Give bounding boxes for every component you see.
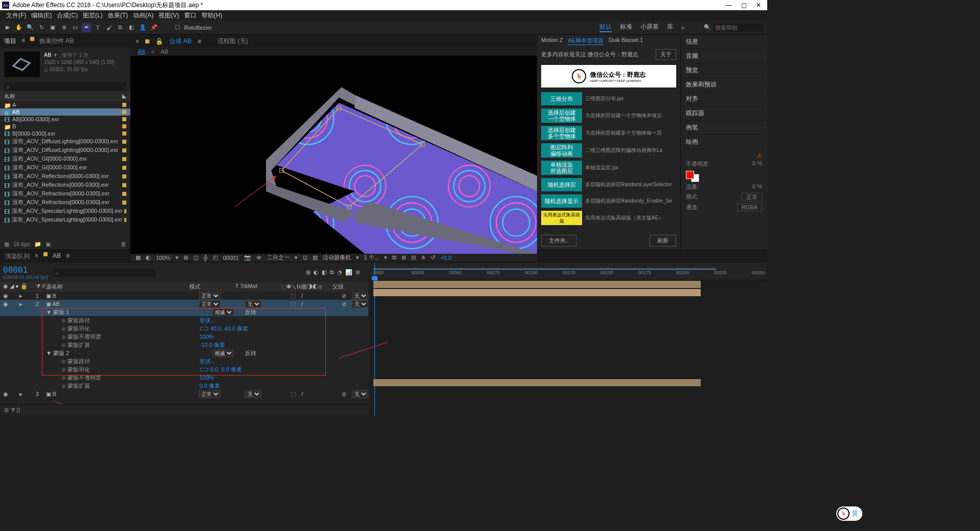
keyframe-track[interactable] bbox=[368, 362, 767, 370]
tl-frame-blend-icon[interactable]: ⧉ bbox=[330, 269, 334, 276]
layer-bar[interactable] bbox=[373, 289, 701, 296]
property-value[interactable]: ⊂⊃ 0.0, 0.0 像素 bbox=[199, 366, 242, 373]
mask-property-row[interactable]: ⊙ 蒙版不透明度100% bbox=[0, 333, 368, 341]
project-item[interactable]: 🎞渲布_AOV_DiffuseLighting[0000-0300].exr bbox=[0, 137, 130, 146]
workspace-tab[interactable]: 库 bbox=[667, 23, 673, 32]
panel-header[interactable]: 对齐 bbox=[681, 92, 767, 106]
color-swatches[interactable] bbox=[686, 171, 762, 182]
keyframe-track[interactable] bbox=[368, 338, 767, 346]
project-item[interactable]: 🎞渲布_AOV_DiffuseLighting[0000-0300].exr bbox=[0, 146, 130, 154]
project-item[interactable]: ▣AB bbox=[0, 108, 130, 116]
script-run-button[interactable]: 选择层创建一个空物体 bbox=[541, 108, 582, 123]
search-help-input[interactable] bbox=[713, 24, 764, 32]
tl-graph-icon[interactable]: 📊 bbox=[345, 269, 352, 276]
script-run-button[interactable]: 实用表达式集高级版 bbox=[541, 211, 582, 225]
keyframe-track[interactable] bbox=[368, 329, 767, 338]
fast-preview-icon[interactable]: ⊡ bbox=[303, 254, 307, 261]
rotate-tool-icon[interactable]: ↻ bbox=[37, 23, 46, 32]
project-search-input[interactable] bbox=[4, 82, 126, 91]
viewer-pixel-icon[interactable]: ⊞ bbox=[402, 254, 406, 261]
property-value[interactable]: 100% bbox=[199, 334, 214, 340]
script-tab[interactable]: Motion 2 bbox=[541, 37, 563, 45]
property-value[interactable]: 100% bbox=[199, 374, 214, 381]
menu-item[interactable]: 合成(C) bbox=[55, 11, 80, 20]
timeline-graph[interactable]: 0000000250005000075001000012500150001750… bbox=[368, 263, 767, 415]
camera-tool-icon[interactable]: ▣ bbox=[48, 23, 57, 32]
script-tab[interactable]: AE脚本管理器 bbox=[568, 37, 604, 45]
property-value[interactable]: 形状... bbox=[199, 317, 215, 324]
keyframe-track[interactable] bbox=[368, 370, 767, 379]
mask-property-row[interactable]: ⊙ 蒙版路径形状... bbox=[0, 357, 368, 365]
channel-value[interactable]: RGBA bbox=[737, 204, 762, 211]
property-value[interactable]: ⊂⊃ 40.0, 40.0 像素 bbox=[199, 325, 248, 333]
roto-tool-icon[interactable]: 👤 bbox=[138, 23, 147, 32]
work-area-bar[interactable] bbox=[373, 268, 716, 270]
menu-item[interactable]: 效果(T) bbox=[106, 11, 130, 20]
shape-tool-icon[interactable]: ▭ bbox=[71, 23, 80, 32]
folder-button[interactable]: 文件夹.. bbox=[541, 235, 576, 247]
mask-property-row[interactable]: ⊙ 蒙版扩展-12.0 像素 bbox=[0, 341, 368, 349]
panel-header[interactable]: 音频 bbox=[681, 49, 767, 63]
script-tab[interactable]: Duik Bassel.1 bbox=[609, 37, 643, 45]
flow-value[interactable]: 0 % bbox=[752, 183, 762, 191]
keyframe-track[interactable] bbox=[368, 354, 767, 362]
script-run-button[interactable]: 单独渲染所选图层 bbox=[541, 161, 582, 175]
new-folder-icon[interactable]: 📁 bbox=[34, 241, 41, 248]
layer-bar[interactable] bbox=[373, 281, 701, 288]
menu-item[interactable]: 图层(L) bbox=[81, 11, 105, 20]
menu-item[interactable]: 编辑(E) bbox=[29, 11, 54, 20]
panel-header[interactable]: 跟踪器 bbox=[681, 106, 767, 121]
hand-tool-icon[interactable]: ✋ bbox=[14, 23, 24, 32]
timeline-ruler[interactable]: 0000000250005000075001000012500150001750… bbox=[368, 263, 767, 280]
project-item[interactable]: 🎞B[0000-0300].exr bbox=[0, 130, 130, 137]
composition-viewer[interactable] bbox=[130, 56, 537, 254]
rotobezier-checkbox[interactable]: ☐ bbox=[173, 23, 182, 32]
parent-select[interactable]: 无 bbox=[352, 292, 368, 300]
render-queue-tab[interactable]: 渲染队列 bbox=[5, 252, 30, 261]
project-item[interactable]: 🎞渲布_AOV_SpecularLighting[0000-0300].exr bbox=[0, 207, 130, 215]
comp-subtab-ab2[interactable]: AB bbox=[161, 49, 168, 55]
comp-menu-icon[interactable]: ≡ bbox=[197, 38, 201, 45]
panel-header[interactable]: 信息 bbox=[681, 35, 767, 49]
layer-row[interactable]: ◉ ▸ 2 ▣ AB 正常 无 ⬚ / ⊘ 无 bbox=[0, 300, 368, 308]
new-comp-icon[interactable]: ▣ bbox=[46, 241, 51, 248]
comp-lock-icon[interactable]: 🔓 bbox=[155, 38, 163, 45]
clone-tool-icon[interactable]: ⧉ bbox=[116, 23, 125, 32]
text-tool-icon[interactable]: T bbox=[93, 23, 102, 32]
effect-controls-tab[interactable]: 效果控件 AB bbox=[39, 37, 74, 46]
property-value[interactable]: -12.0 像素 bbox=[199, 341, 225, 349]
mask-row[interactable]: ▼ 蒙版 2相减 反转 bbox=[0, 349, 368, 357]
script-run-button[interactable]: 三维分布 bbox=[541, 92, 582, 105]
property-value[interactable]: 形状... bbox=[199, 358, 215, 365]
selection-tool-icon[interactable]: ▶ bbox=[3, 23, 12, 32]
zoom-dropdown[interactable]: 100% bbox=[156, 255, 170, 261]
script-run-button[interactable]: 随机选择层 bbox=[541, 178, 582, 191]
transparency-icon[interactable]: ▨ bbox=[313, 254, 318, 261]
workspace-tab[interactable]: 小屏幕 bbox=[640, 23, 659, 32]
tl-brain-icon[interactable]: ⊛ bbox=[355, 269, 360, 276]
opacity-value[interactable]: 0 % bbox=[752, 160, 762, 168]
timeline-comp-tab[interactable]: AB bbox=[53, 252, 61, 261]
menu-item[interactable]: 视图(V) bbox=[157, 11, 181, 20]
layer-bar[interactable] bbox=[373, 379, 701, 386]
mask-property-row[interactable]: ⊙ 蒙版羽化⊂⊃ 0.0, 0.0 像素 bbox=[0, 365, 368, 373]
anchor-tool-icon[interactable]: ⊕ bbox=[59, 23, 69, 32]
zoom-tool-icon[interactable]: 🔍 bbox=[26, 23, 35, 32]
mask-property-row[interactable]: ⊙ 蒙版不透明度100% bbox=[0, 373, 368, 382]
timeline-layers[interactable]: ◉ ▸ 1 ▣ B 正常 ⬚ / ⊘ 无 ◉ ▸ 2 ▣ AB 正常 无 ⬚ /… bbox=[0, 292, 368, 404]
timeline-search-input[interactable] bbox=[53, 269, 155, 277]
views-dropdown[interactable]: 1 个... bbox=[364, 254, 379, 261]
panel-header[interactable]: 绘画 bbox=[681, 135, 767, 149]
toggle-switches-icon[interactable]: ⊞ ⧩ {} bbox=[4, 407, 20, 413]
panel-header[interactable]: 预览 bbox=[681, 63, 767, 78]
mode-value[interactable]: 正常 bbox=[742, 193, 762, 202]
trkmat-select[interactable]: 无 bbox=[245, 300, 261, 308]
refresh-button[interactable]: 刷新 bbox=[650, 235, 676, 247]
project-item[interactable]: 🎞渲布_AOV_Reflections[0000-0300].exr bbox=[0, 181, 130, 189]
flowchart-tab[interactable]: 流程图 (无) bbox=[217, 37, 248, 46]
project-item[interactable]: 🎞渲布_AOV_GI[0000-0300].exr bbox=[0, 163, 130, 172]
blend-mode-select[interactable]: 正常 bbox=[199, 300, 220, 308]
resolution-dropdown[interactable]: 二分之一 bbox=[267, 254, 289, 261]
menu-item[interactable]: 动画(A) bbox=[131, 11, 155, 20]
maximize-button[interactable]: ▢ bbox=[741, 2, 747, 9]
